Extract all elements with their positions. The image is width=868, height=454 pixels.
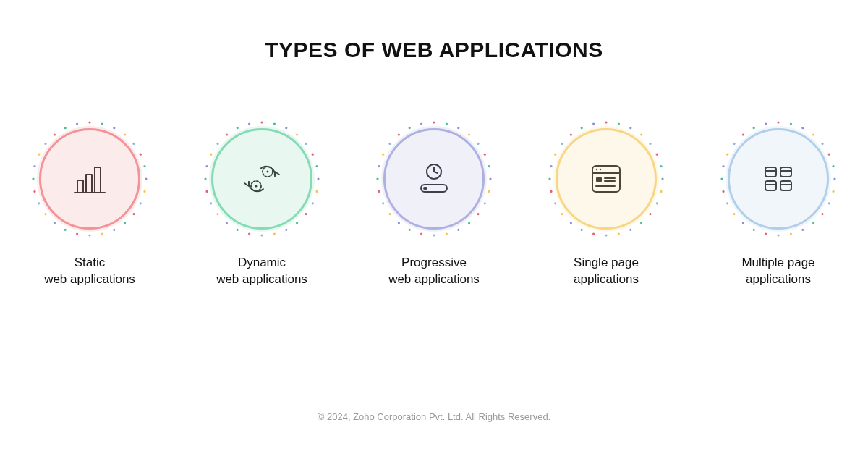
- svg-point-39: [317, 177, 319, 180]
- item-label: Single page applications: [574, 255, 639, 288]
- svg-point-122: [570, 133, 572, 135]
- item-single-page: Single page applications: [545, 120, 668, 288]
- svg-point-134: [790, 122, 792, 125]
- svg-point-54: [205, 165, 208, 167]
- svg-point-102: [656, 154, 658, 156]
- circle-halo: [553, 126, 659, 232]
- svg-point-1: [101, 122, 103, 125]
- svg-point-13: [101, 232, 103, 235]
- circle-wrap: [548, 120, 665, 237]
- svg-point-144: [812, 222, 814, 224]
- svg-point-90: [409, 127, 411, 129]
- svg-point-81: [398, 222, 400, 224]
- svg-point-16: [64, 229, 67, 231]
- svg-point-84: [378, 190, 380, 193]
- svg-point-73: [484, 202, 486, 204]
- svg-point-109: [629, 229, 631, 231]
- svg-point-64: [433, 121, 435, 123]
- svg-point-115: [561, 213, 563, 215]
- svg-point-55: [210, 154, 212, 156]
- svg-point-112: [592, 232, 595, 235]
- svg-point-114: [570, 222, 572, 224]
- svg-point-110: [618, 232, 620, 235]
- svg-point-145: [801, 229, 804, 231]
- svg-point-34: [285, 127, 287, 129]
- svg-point-88: [388, 143, 391, 145]
- svg-point-104: [661, 177, 663, 180]
- svg-point-147: [777, 234, 779, 236]
- svg-point-123: [581, 127, 583, 129]
- item-label: Dynamic web applications: [216, 255, 307, 288]
- svg-point-154: [720, 177, 723, 180]
- svg-point-116: [554, 202, 556, 204]
- svg-point-46: [260, 234, 263, 236]
- page-title: TYPES OF WEB APPLICATIONS: [265, 38, 603, 62]
- svg-point-0: [88, 121, 90, 123]
- svg-point-45: [273, 232, 276, 235]
- svg-point-20: [33, 190, 35, 193]
- svg-point-74: [477, 213, 479, 215]
- svg-point-141: [832, 190, 834, 193]
- svg-point-75: [468, 222, 470, 224]
- svg-point-78: [433, 234, 435, 236]
- svg-point-27: [76, 122, 78, 125]
- svg-point-24: [44, 143, 46, 145]
- svg-point-82: [388, 213, 391, 215]
- circle-wrap: [203, 120, 320, 237]
- svg-point-124: [592, 122, 595, 125]
- svg-point-86: [378, 165, 380, 167]
- svg-point-139: [832, 165, 834, 167]
- svg-point-25: [54, 133, 56, 135]
- svg-point-146: [790, 232, 792, 235]
- svg-point-10: [132, 213, 135, 215]
- svg-point-40: [315, 190, 318, 193]
- svg-point-23: [38, 154, 40, 156]
- circle-halo: [37, 126, 142, 232]
- svg-point-91: [420, 122, 422, 125]
- svg-point-69: [484, 154, 486, 156]
- svg-point-47: [248, 232, 250, 235]
- item-label: Static web applications: [44, 255, 135, 288]
- svg-point-19: [38, 202, 40, 204]
- copyright-footer: © 2024, Zoho Corporation Pvt. Ltd. All R…: [0, 411, 868, 422]
- svg-point-56: [216, 143, 218, 145]
- svg-point-157: [733, 143, 735, 145]
- svg-point-4: [132, 143, 135, 145]
- svg-point-33: [273, 122, 276, 125]
- svg-point-37: [312, 154, 314, 156]
- svg-point-152: [726, 202, 728, 204]
- item-progressive: Progressive web applications: [373, 120, 495, 288]
- item-label: Progressive web applications: [388, 255, 480, 288]
- svg-point-26: [64, 127, 67, 129]
- svg-point-85: [376, 177, 378, 180]
- svg-point-59: [248, 122, 250, 125]
- svg-point-8: [143, 190, 145, 193]
- svg-point-89: [398, 133, 400, 135]
- svg-point-133: [777, 121, 779, 123]
- item-dynamic: Dynamic web applications: [200, 120, 323, 288]
- svg-point-158: [742, 133, 744, 135]
- svg-point-119: [550, 165, 552, 167]
- svg-point-138: [828, 154, 830, 156]
- svg-point-108: [640, 222, 642, 224]
- svg-point-36: [305, 143, 307, 145]
- svg-point-155: [722, 165, 724, 167]
- svg-point-99: [629, 127, 631, 129]
- svg-point-52: [205, 190, 208, 193]
- svg-point-22: [33, 165, 35, 167]
- svg-point-151: [733, 213, 735, 215]
- svg-point-3: [124, 133, 126, 135]
- svg-point-153: [722, 190, 724, 193]
- svg-point-72: [488, 190, 490, 193]
- svg-point-68: [477, 143, 479, 145]
- svg-point-150: [742, 222, 744, 224]
- svg-point-136: [812, 133, 814, 135]
- item-static: Static web applications: [28, 120, 151, 288]
- svg-point-32: [260, 121, 263, 123]
- circle-wrap: [375, 120, 493, 237]
- svg-point-159: [753, 127, 755, 129]
- svg-point-49: [226, 222, 228, 224]
- svg-point-76: [457, 229, 459, 231]
- svg-point-83: [382, 202, 384, 204]
- svg-point-50: [216, 213, 218, 215]
